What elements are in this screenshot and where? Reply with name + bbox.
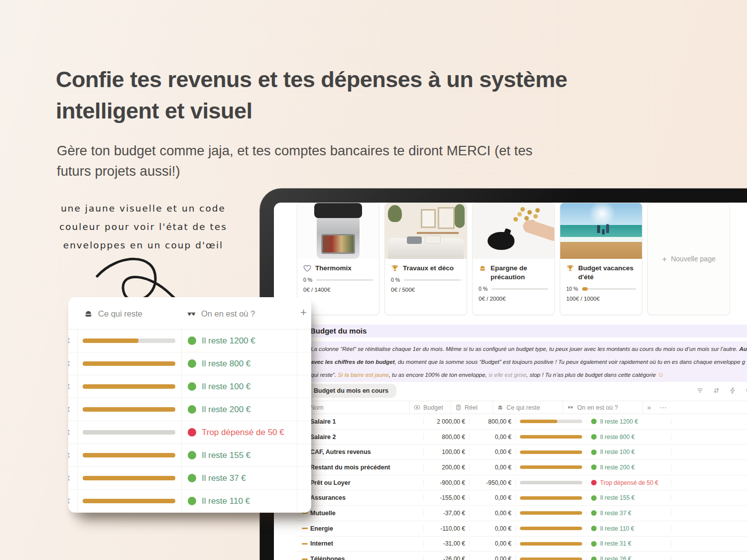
table-row: Mutuelle -37,00 € 0,00 € Il reste 37 € <box>297 506 747 521</box>
amount-label: 0€ / 500€ <box>391 287 461 293</box>
column-header-budget[interactable]: Budget <box>410 401 451 414</box>
reel-cell[interactable]: 0,00 € <box>470 540 516 547</box>
row-name-cell[interactable]: Prêt ou Loyer <box>297 479 424 486</box>
euro-fragment: € <box>68 360 70 367</box>
row-name-cell[interactable]: Restant du mois précédent <box>297 464 424 471</box>
dash-icon <box>302 559 308 560</box>
overlay-column-ce-qui-reste[interactable]: Ce qui reste <box>84 309 142 319</box>
status-dot-icon <box>188 405 196 414</box>
row-name-cell[interactable]: Energie <box>297 525 424 532</box>
remaining-progress-bar <box>520 435 582 439</box>
progress-percent: 0 % <box>391 277 400 283</box>
add-property-button[interactable]: + <box>300 306 307 319</box>
budget-cell[interactable]: 800,00 € <box>424 434 470 441</box>
dash-icon <box>302 528 308 529</box>
remaining-progress-bar <box>520 558 582 560</box>
status-label: Il reste 100 € <box>600 448 634 455</box>
reel-cell[interactable]: 0,00 € <box>470 556 516 560</box>
status-dot-icon <box>188 497 196 505</box>
zap-icon[interactable] <box>729 387 737 394</box>
column-header-ce-qui-reste[interactable]: Ce qui reste <box>493 401 563 414</box>
budget-cell[interactable]: -155,00 € <box>424 494 470 501</box>
row-name-cell[interactable]: Téléphones <box>297 556 424 560</box>
gallery-card[interactable]: Thermomix 0 % 0€ / 1400€ <box>297 203 379 315</box>
sort-icon[interactable] <box>713 387 720 394</box>
callout-text: La colonne “Réel” se réinitialise chaque… <box>311 346 739 352</box>
remaining-bar-cell <box>516 542 587 546</box>
remaining-progress-bar <box>83 430 175 435</box>
status-cell: Il reste 26 € <box>587 556 671 560</box>
callout-text: ☺ <box>657 371 664 378</box>
gallery-card[interactable]: Budget vacances d'été 10 % 100€ / 1000€ <box>560 203 642 315</box>
overlay-status-cell: Il reste 37 € <box>182 467 297 489</box>
card-title: Thermomix <box>315 264 352 273</box>
row-name-cell[interactable]: Salaire 1 <box>297 418 424 425</box>
overlay-status-cell: Trop dépensé de 50 € <box>182 421 297 444</box>
reel-cell[interactable]: -950,00 € <box>470 479 516 486</box>
add-column-button[interactable]: + <box>647 403 651 412</box>
new-page-card[interactable]: + Nouvelle page <box>647 203 730 315</box>
row-name-cell[interactable]: CAF, Autres revenus <box>297 448 424 455</box>
gallery-card[interactable]: Epargne de précaution 0 % 0€ / 2000€ <box>472 203 555 315</box>
reel-cell[interactable]: 0,00 € <box>470 494 516 501</box>
status-cell: Il reste 800 € <box>587 434 671 441</box>
overlay-status-cell: Il reste 110 € <box>182 490 297 512</box>
euro-fragment: € <box>68 337 70 344</box>
table-row: Salaire 1 2 000,00 € 800,00 € Il reste 1… <box>297 414 747 430</box>
budget-cell[interactable]: 100,00 € <box>424 448 470 455</box>
row-name-cell[interactable]: Internet <box>297 540 424 547</box>
reel-cell[interactable]: 0,00 € <box>470 510 516 517</box>
column-header-reel[interactable]: Réel <box>451 401 493 414</box>
callout-text: avec les chiffres de ton budget <box>311 359 395 365</box>
budget-cell[interactable]: -26,00 € <box>424 556 470 560</box>
table-row: Salaire 2 800,00 € 0,00 € Il reste 800 € <box>297 430 747 445</box>
row-name-cell[interactable]: Assurances <box>297 494 424 501</box>
remaining-bar-cell <box>516 450 587 454</box>
budget-cell[interactable]: 200,00 € <box>424 464 470 471</box>
view-tab[interactable]: Budget du mois en cours <box>306 384 396 398</box>
reel-cell[interactable]: 0,00 € <box>470 448 516 455</box>
overlay-bar-cell <box>78 421 182 444</box>
reel-cell[interactable]: 0,00 € <box>470 434 516 441</box>
callout-line: qui reste”. Si la barre est jaune, tu as… <box>311 368 747 381</box>
remaining-progress-bar <box>520 481 582 484</box>
overlay-bar-cell <box>78 398 182 421</box>
budget-cell[interactable]: 2 000,00 € <box>424 418 470 425</box>
status-cell: Il reste 100 € <box>587 448 671 455</box>
euro-fragment: € <box>68 475 70 482</box>
overlay-status-cell: Il reste 800 € <box>182 352 297 375</box>
column-header-on-en-est-ou[interactable]: On en est où ? <box>563 401 643 414</box>
heart-icon <box>303 264 311 272</box>
status-label: Il reste 800 € <box>600 434 634 441</box>
status-label: Il reste 155 € <box>600 494 634 501</box>
reel-cell[interactable]: 0,00 € <box>470 464 516 471</box>
glasses-icon <box>567 404 574 411</box>
table-row: Energie -110,00 € 0,00 € Il reste 110 € <box>297 521 747 537</box>
filter-icon[interactable] <box>696 387 704 394</box>
more-options-button[interactable]: ⋯ <box>659 403 667 412</box>
budget-cell[interactable]: -900,00 € <box>424 479 470 486</box>
remaining-progress-bar <box>520 465 582 469</box>
row-name-cell[interactable]: Mutuelle <box>297 510 424 517</box>
status-label: Trop dépensé de 50 € <box>600 479 658 486</box>
status-label: Il reste 155 € <box>202 450 250 460</box>
budget-cell[interactable]: -37,00 € <box>424 510 470 517</box>
overlay-bar-cell <box>78 444 182 466</box>
column-header-nom[interactable]: Nom <box>297 401 410 414</box>
table-row: Prêt ou Loyer -900,00 € -950,00 € Trop d… <box>297 475 747 491</box>
budget-cell[interactable]: -31,00 € <box>424 540 470 547</box>
budget-cell[interactable]: -110,00 € <box>424 525 470 532</box>
page-subtitle: Gère ton budget comme jaja, et tes compt… <box>57 140 570 181</box>
remaining-bar-cell <box>516 527 587 530</box>
status-dot-icon <box>591 541 597 547</box>
overlay-column-on-en-est-ou[interactable]: On en est où ? <box>187 309 255 319</box>
overlay-row: € Il reste 100 € <box>68 375 311 398</box>
reel-cell[interactable]: 0,00 € <box>470 525 516 532</box>
overlay-status-cell: Il reste 155 € <box>182 444 297 466</box>
status-label: Il reste 100 € <box>202 382 250 392</box>
remaining-bar-cell <box>516 420 587 423</box>
reel-cell[interactable]: 800,00 € <box>470 418 516 425</box>
row-name-cell[interactable]: Salaire 2 <box>297 434 424 441</box>
overlay-row: € Il reste 37 € <box>68 467 311 490</box>
gallery-card[interactable]: Travaux et déco 0 % 0€ / 500€ <box>384 203 467 315</box>
